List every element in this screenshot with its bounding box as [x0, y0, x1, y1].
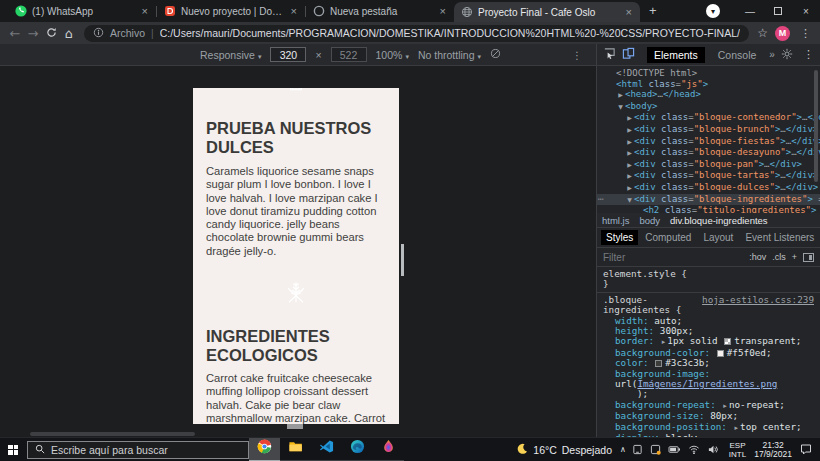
- clock[interactable]: 21:3217/9/2021: [754, 441, 792, 459]
- tree-node[interactable]: ▶<head>…</head>: [597, 89, 820, 101]
- new-tab-button[interactable]: +: [640, 0, 666, 22]
- tab-2[interactable]: Nuevo proyecto | Domestika×: [157, 0, 305, 22]
- device-mode-select[interactable]: Responsive▾: [200, 49, 261, 61]
- zoom-select[interactable]: 100%▾: [376, 49, 409, 61]
- page-horizontal-scrollbar[interactable]: [287, 424, 303, 429]
- maximize-button[interactable]: [764, 0, 792, 22]
- tray-chevron-icon[interactable]: ∧: [620, 445, 626, 454]
- url-text[interactable]: C:/Users/mauri/Documents/PROGRAMACION/DO…: [160, 27, 741, 39]
- breadcrumb-item[interactable]: html.js: [597, 215, 634, 226]
- page-vertical-scrollbar[interactable]: [401, 244, 404, 276]
- tree-node[interactable]: <!DOCTYPE html>: [597, 68, 820, 79]
- tablet-icon[interactable]: [632, 444, 643, 455]
- tree-node[interactable]: ▶<div class="bloque-tartas">…</div>: [597, 170, 820, 182]
- edge-taskbar-button[interactable]: [342, 438, 373, 461]
- devtools-menu-icon[interactable]: ⋮: [800, 48, 817, 61]
- devtools-tab-elements[interactable]: Elements: [647, 47, 705, 63]
- tab-close-icon[interactable]: ×: [439, 5, 447, 17]
- expand-arrow-icon[interactable]: ▸: [662, 338, 666, 346]
- devtools-scrollbar[interactable]: [814, 70, 818, 182]
- expand-arrow-icon[interactable]: ▸: [735, 424, 739, 432]
- forward-icon[interactable]: →: [24, 26, 42, 41]
- pseudo-state-button[interactable]: :hov: [749, 252, 766, 262]
- tab-4[interactable]: Proyecto Final - Cafe Oslo×: [454, 2, 640, 22]
- viewport-width-input[interactable]: 320: [270, 47, 306, 62]
- start-button[interactable]: [0, 438, 26, 461]
- class-toggle-button[interactable]: .cls: [772, 252, 786, 262]
- styles-filter-input[interactable]: Filter: [603, 252, 743, 263]
- tree-node[interactable]: ▶<div class="bloque-brunch">…</div>: [597, 124, 820, 136]
- tree-node[interactable]: <h2 class="titulo-ingredientes">: [597, 205, 820, 213]
- css-rule-block[interactable]: .bloque-ingredientes { hoja-estilos.css:…: [597, 293, 820, 437]
- tree-caret-icon[interactable]: ▶: [625, 148, 634, 159]
- sidebar-tab-styles[interactable]: Styles: [601, 230, 638, 245]
- tree-caret-icon[interactable]: ▶: [625, 113, 634, 124]
- tree-node[interactable]: ▶<div class="bloque-desayuno">…</div>: [597, 147, 820, 159]
- more-tabs-icon[interactable]: »: [769, 49, 775, 60]
- wifi-icon[interactable]: [688, 444, 700, 455]
- tree-node[interactable]: <html class="js">: [597, 79, 820, 90]
- breadcrumb-item[interactable]: div.bloque-ingredientes: [665, 215, 773, 226]
- css-selector[interactable]: .bloque-ingredientes {: [603, 295, 698, 316]
- expand-arrow-icon[interactable]: ▸: [723, 402, 727, 410]
- flame-taskbar-button[interactable]: [373, 438, 404, 461]
- throttling-select[interactable]: No throttling▾: [418, 49, 481, 61]
- tree-caret-icon[interactable]: ▶: [625, 137, 634, 148]
- folder-taskbar-button[interactable]: [280, 438, 311, 461]
- color-swatch[interactable]: [655, 360, 662, 367]
- chrome-taskbar-button[interactable]: [249, 438, 280, 461]
- browser-menu-icon[interactable]: ⋮: [797, 27, 814, 40]
- app-badge-icon[interactable]: [650, 444, 661, 455]
- tab-close-icon[interactable]: ×: [625, 6, 633, 18]
- tree-node[interactable]: ▶<div class="bloque-pan">…</div>: [597, 159, 820, 171]
- tab-1[interactable]: (1) WhatsApp×: [8, 0, 156, 22]
- tab-search-icon[interactable]: ▾: [706, 4, 720, 18]
- color-swatch[interactable]: [724, 338, 731, 345]
- sidebar-tab-layout[interactable]: Layout: [698, 230, 738, 245]
- tab-close-icon[interactable]: ×: [141, 5, 149, 17]
- notification-center-icon[interactable]: [800, 441, 812, 459]
- selected-tree-node[interactable]: ⋯▼<div class="bloque-ingredientes"> == $…: [597, 194, 820, 206]
- element-style-block[interactable]: element.style { }: [597, 267, 820, 293]
- color-swatch[interactable]: [717, 350, 724, 357]
- close-button[interactable]: ×: [792, 0, 820, 22]
- taskbar-search-input[interactable]: Escribe aquí para buscar: [27, 441, 249, 459]
- tree-caret-icon[interactable]: ▼: [625, 195, 634, 206]
- tab-close-icon[interactable]: ×: [290, 5, 298, 17]
- reload-icon[interactable]: [42, 26, 60, 41]
- tree-node[interactable]: ▼<body>: [597, 101, 820, 113]
- speaker-icon[interactable]: [707, 444, 719, 455]
- tree-caret-icon[interactable]: ▼: [616, 102, 625, 113]
- home-icon[interactable]: ⌂: [60, 26, 78, 41]
- device-toolbar-toggle-icon[interactable]: [622, 46, 635, 64]
- tab-3[interactable]: Nueva pestaña×: [306, 0, 454, 22]
- computed-panel-toggle-icon[interactable]: [803, 253, 814, 262]
- profile-avatar[interactable]: M: [775, 26, 790, 41]
- weather-widget[interactable]: 16°C Despejado: [516, 443, 612, 457]
- tree-node[interactable]: ▶<div class="bloque-dulces">…</div>: [597, 182, 820, 194]
- language-indicator[interactable]: ESPINTL: [729, 441, 746, 459]
- tree-caret-icon[interactable]: ▶: [625, 171, 634, 182]
- tree-node[interactable]: ▶<div class="bloque-contenedor">…</div>: [597, 112, 820, 124]
- sidebar-tab-computed[interactable]: Computed: [640, 230, 696, 245]
- resource-link[interactable]: Imágenes/Ingredientes.png: [637, 378, 777, 389]
- battery-icon[interactable]: [668, 444, 681, 455]
- settings-gear-icon[interactable]: [781, 46, 793, 64]
- device-toolbar-menu-icon[interactable]: ⋮: [572, 49, 583, 61]
- tree-caret-icon[interactable]: ▶: [616, 90, 625, 101]
- tree-caret-icon[interactable]: ▶: [625, 183, 634, 194]
- tree-node[interactable]: ▶<div class="bloque-fiestas">…</div>: [597, 136, 820, 148]
- stage-horizontal-scrollbar[interactable]: [30, 432, 195, 436]
- breadcrumb-item[interactable]: body: [634, 215, 665, 226]
- tree-caret-icon[interactable]: ▶: [625, 125, 634, 136]
- info-icon[interactable]: [93, 25, 104, 42]
- devtools-tab-console[interactable]: Console: [711, 47, 764, 63]
- new-style-rule-button[interactable]: +: [792, 252, 797, 262]
- vscode-taskbar-button[interactable]: [311, 438, 342, 461]
- viewport-height-input[interactable]: 522: [331, 47, 367, 62]
- back-icon[interactable]: ←: [6, 26, 24, 41]
- sidebar-tab-event-listeners[interactable]: Event Listeners: [740, 230, 819, 245]
- stylesheet-link[interactable]: hoja-estilos.css:239: [702, 295, 814, 316]
- address-bar[interactable]: Archivo | C:/Users/mauri/Documents/PROGR…: [84, 25, 749, 42]
- css-declaration[interactable]: background-image: url(Imágenes/Ingredien…: [603, 369, 814, 400]
